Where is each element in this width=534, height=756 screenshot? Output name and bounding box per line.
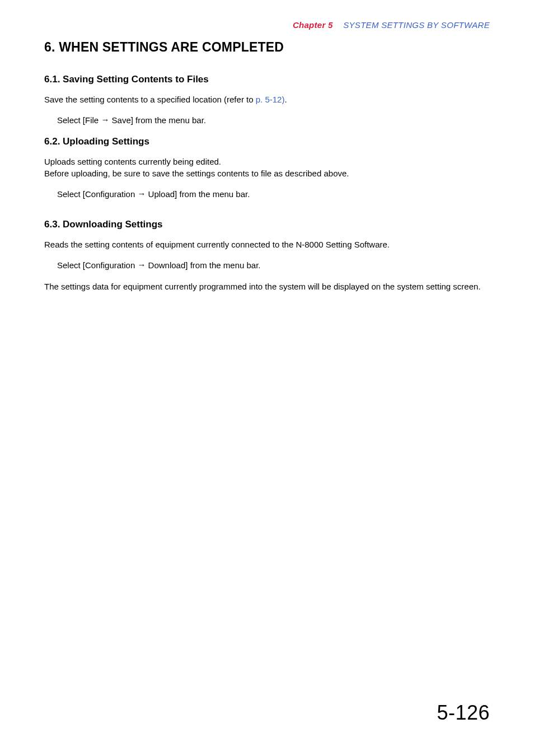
text: Select [Configuration xyxy=(57,189,137,199)
body-text: Uploads setting contents currently being… xyxy=(44,156,490,167)
body-text: Reads the setting contents of equipment … xyxy=(44,239,490,250)
arrow-icon: → xyxy=(137,260,146,269)
chapter-label: Chapter 5 xyxy=(293,20,333,30)
body-text: The settings data for equipment currentl… xyxy=(44,281,490,292)
text: Select [File xyxy=(57,115,101,125)
step-text: Select [Configuration → Download] from t… xyxy=(57,260,490,270)
chapter-title: SYSTEM SETTINGS BY SOFTWARE xyxy=(343,20,490,30)
step-text: Select [Configuration → Upload] from the… xyxy=(57,189,490,199)
text: . xyxy=(284,95,287,104)
body-text: Save the setting contents to a specified… xyxy=(44,94,490,105)
text: Select [Configuration xyxy=(57,260,137,270)
page-reference-link[interactable]: p. 5-12) xyxy=(256,95,285,104)
body-text: Before uploading, be sure to save the se… xyxy=(44,168,490,179)
subsection-heading: 6.3. Downloading Settings xyxy=(44,219,490,230)
text: Upload] from the menu bar. xyxy=(146,189,250,199)
arrow-icon: → xyxy=(137,189,146,198)
text: Save the setting contents to a specified… xyxy=(44,95,256,104)
running-header: Chapter 5 SYSTEM SETTINGS BY SOFTWARE xyxy=(44,20,490,30)
arrow-icon: → xyxy=(101,115,109,124)
subsection-heading: 6.1. Saving Setting Contents to Files xyxy=(44,74,490,85)
page: Chapter 5 SYSTEM SETTINGS BY SOFTWARE 6.… xyxy=(0,0,534,756)
step-text: Select [File → Save] from the menu bar. xyxy=(57,115,490,125)
section-6-1: 6.1. Saving Setting Contents to Files Sa… xyxy=(44,74,490,125)
text: Download] from the menu bar. xyxy=(146,260,260,270)
section-6-2: 6.2. Uploading Settings Uploads setting … xyxy=(44,136,490,199)
page-number: 5-126 xyxy=(437,701,490,725)
text: Save] from the menu bar. xyxy=(109,115,206,125)
subsection-heading: 6.2. Uploading Settings xyxy=(44,136,490,147)
section-title: 6. WHEN SETTINGS ARE COMPLETED xyxy=(44,40,490,55)
section-6-3: 6.3. Downloading Settings Reads the sett… xyxy=(44,219,490,293)
